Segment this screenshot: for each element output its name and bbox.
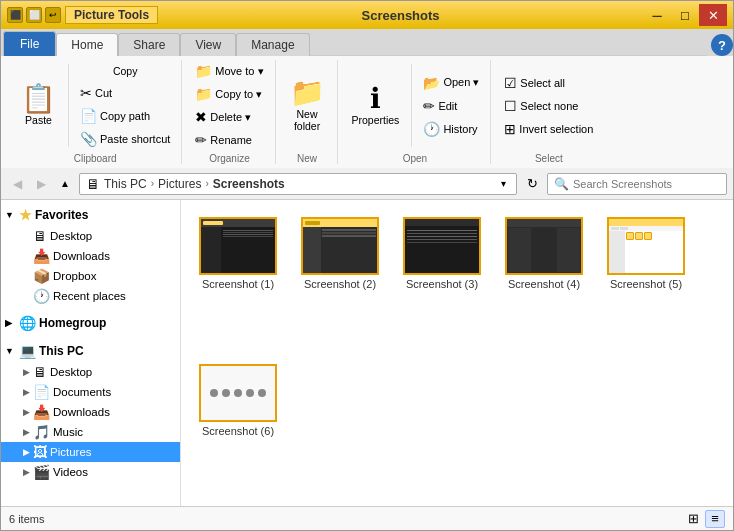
sidebar-item-dropbox[interactable]: 📦 Dropbox (1, 266, 180, 286)
clipboard-group: 📋 Paste Copy ✂ Cut 📄 Copy path (9, 60, 182, 164)
edit-button[interactable]: ✏ Edit (418, 95, 484, 117)
organize-group: 📁 Move to ▾ 📁 Copy to ▾ ✖ Delete ▾ ✏ Ren… (184, 60, 275, 164)
tab-share[interactable]: Share (118, 33, 180, 56)
file-item-2[interactable]: Screenshot (2) (295, 212, 385, 347)
sidebar-item-desktop-pc[interactable]: ▶ 🖥 Desktop (1, 362, 180, 382)
history-button[interactable]: 🕐 History (418, 118, 484, 140)
desktop-fav-label: Desktop (50, 230, 92, 242)
select-all-label: Select all (520, 77, 565, 89)
minimize-button[interactable]: ─ (643, 4, 671, 26)
select-all-button[interactable]: ☑ Select all (499, 72, 598, 94)
tab-home[interactable]: Home (56, 33, 118, 57)
tab-file[interactable]: File (3, 31, 56, 56)
paste-shortcut-button[interactable]: 📎 Paste shortcut (75, 128, 175, 150)
rename-label: Rename (210, 134, 252, 146)
paste-label: Paste (25, 114, 52, 126)
details-view-button[interactable]: ≡ (705, 510, 725, 528)
title-bar: ⬛ ⬜ ↩ Picture Tools Screenshots ─ □ ✕ (1, 1, 733, 29)
tab-view[interactable]: View (180, 33, 236, 56)
pictures-arrow: ▶ (19, 447, 33, 457)
forward-button[interactable]: ▶ (31, 174, 51, 194)
tab-manage[interactable]: Manage (236, 33, 309, 56)
file-item-5[interactable]: Screenshot (5) (601, 212, 691, 347)
title-bar-left: ⬛ ⬜ ↩ Picture Tools (7, 6, 158, 24)
sidebar-item-music[interactable]: ▶ 🎵 Music (1, 422, 180, 442)
new-items: 📁 Newfolder (284, 60, 331, 151)
close-button[interactable]: ✕ (699, 4, 727, 26)
new-group-label: New (297, 151, 317, 164)
breadcrumb-thispc[interactable]: This PC (104, 177, 147, 191)
search-box: 🔍 (547, 173, 727, 195)
view-buttons: ⊞ ≡ (683, 510, 725, 528)
sidebar-item-videos[interactable]: ▶ 🎬 Videos (1, 462, 180, 482)
quick-access-icon3[interactable]: ↩ (45, 7, 61, 23)
sidebar: ▼ ★ Favorites 🖥 Desktop 📥 Downloads 📦 Dr… (1, 200, 181, 506)
sidebar-item-documents[interactable]: ▶ 📄 Documents (1, 382, 180, 402)
open-button[interactable]: 📂 Open ▾ (418, 72, 484, 94)
documents-arrow: ▶ (19, 387, 33, 397)
new-folder-button[interactable]: 📁 Newfolder (284, 75, 331, 136)
sidebar-item-downloads-pc[interactable]: ▶ 📥 Downloads (1, 402, 180, 422)
rename-button[interactable]: ✏ Rename (190, 129, 268, 151)
file-item-4[interactable]: Screenshot (4) (499, 212, 589, 347)
select-none-icon: ☐ (504, 98, 517, 114)
thispc-section[interactable]: ▼ 💻 This PC (1, 340, 180, 362)
file-item-3[interactable]: Screenshot (3) (397, 212, 487, 347)
desktop-pc-arrow: ▶ (19, 367, 33, 377)
file-grid: Screenshot (1) (189, 208, 725, 498)
large-icons-view-button[interactable]: ⊞ (683, 510, 703, 528)
breadcrumb-arrow2: › (205, 178, 208, 189)
videos-arrow: ▶ (19, 467, 33, 477)
select-group: ☑ Select all ☐ Select none ⊞ Invert sele… (493, 60, 604, 164)
sidebar-item-desktop-fav[interactable]: 🖥 Desktop (1, 226, 180, 246)
favorites-section[interactable]: ▼ ★ Favorites (1, 204, 180, 226)
downloads-fav-icon: 📥 (33, 248, 50, 264)
sidebar-item-recent[interactable]: 🕐 Recent places (1, 286, 180, 306)
videos-icon: 🎬 (33, 464, 50, 480)
file-item-6[interactable]: Screenshot (6) (193, 359, 283, 494)
copy-button[interactable]: Copy (75, 61, 175, 81)
search-input[interactable] (573, 178, 720, 190)
new-folder-label: Newfolder (294, 108, 320, 132)
clipboard-group-label: Clipboard (74, 151, 117, 164)
open-group: ℹ Properties 📂 Open ▾ ✏ Edit 🕐 His (340, 60, 492, 164)
copy-path-button[interactable]: 📄 Copy path (75, 105, 175, 127)
navigation-bar: ◀ ▶ ▲ 🖥 This PC › Pictures › Screenshots… (1, 168, 733, 200)
edit-label: Edit (438, 100, 457, 112)
sidebar-item-pictures[interactable]: ▶ 🖼 Pictures (1, 442, 180, 462)
back-button[interactable]: ◀ (7, 174, 27, 194)
delete-button[interactable]: ✖ Delete ▾ (190, 106, 268, 128)
properties-button[interactable]: ℹ Properties (346, 81, 406, 130)
file-item-1[interactable]: Screenshot (1) (193, 212, 283, 347)
quick-access-icon2[interactable]: ⬜ (26, 7, 42, 23)
cut-button[interactable]: ✂ Cut (75, 82, 175, 104)
paste-button[interactable]: 📋 Paste (15, 81, 62, 130)
copy-to-button[interactable]: 📁 Copy to ▾ (190, 83, 268, 105)
help-button[interactable]: ? (711, 34, 733, 56)
homegroup-arrow: ▶ (5, 318, 19, 328)
homegroup-label: Homegroup (39, 316, 106, 330)
copy-path-label: Copy path (100, 110, 150, 122)
history-label: History (443, 123, 477, 135)
invert-selection-button[interactable]: ⊞ Invert selection (499, 118, 598, 140)
address-bar[interactable]: 🖥 This PC › Pictures › Screenshots ▾ (79, 173, 517, 195)
address-dropdown[interactable]: ▾ (497, 176, 510, 191)
quick-access-icon[interactable]: ⬛ (7, 7, 23, 23)
documents-label: Documents (53, 386, 111, 398)
homegroup-section[interactable]: ▶ 🌐 Homegroup (1, 312, 180, 334)
refresh-button[interactable]: ↻ (521, 173, 543, 195)
file-name-5: Screenshot (5) (610, 278, 682, 290)
recent-icon: 🕐 (33, 288, 50, 304)
videos-label: Videos (53, 466, 88, 478)
breadcrumb-pictures[interactable]: Pictures (158, 177, 201, 191)
search-icon: 🔍 (554, 177, 569, 191)
downloads-fav-label: Downloads (53, 250, 110, 262)
breadcrumb-screenshots[interactable]: Screenshots (213, 177, 285, 191)
sidebar-item-downloads-fav[interactable]: 📥 Downloads (1, 246, 180, 266)
thumbnail-5 (607, 217, 685, 275)
select-none-button[interactable]: ☐ Select none (499, 95, 598, 117)
move-to-button[interactable]: 📁 Move to ▾ (190, 60, 268, 82)
up-button[interactable]: ▲ (55, 174, 75, 194)
maximize-button[interactable]: □ (671, 4, 699, 26)
homegroup-icon: 🌐 (19, 315, 36, 331)
